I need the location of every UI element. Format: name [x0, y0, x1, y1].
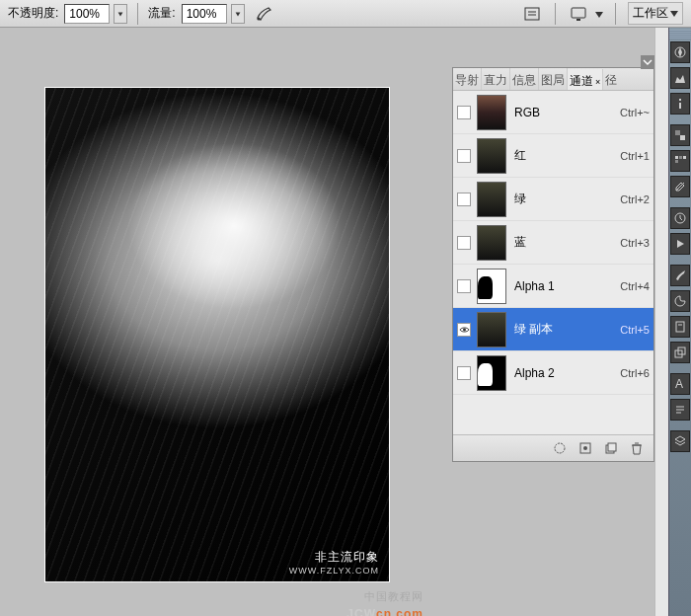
dock-grip[interactable] — [669, 30, 691, 39]
svg-point-0 — [257, 17, 260, 20]
flow-input[interactable]: 100% — [182, 4, 227, 24]
visibility-toggle[interactable] — [457, 279, 471, 293]
paragraph-icon[interactable] — [670, 399, 690, 421]
panel-tab[interactable]: 径 — [603, 68, 619, 90]
svg-rect-21 — [683, 156, 686, 159]
channel-shortcut: Ctrl+3 — [620, 237, 650, 249]
panel-tab[interactable]: 通道× — [568, 69, 603, 91]
channel-name: 红 — [514, 147, 620, 164]
workspace-selector[interactable]: 工作区 — [628, 2, 683, 25]
svg-text:A: A — [675, 377, 683, 391]
channel-row[interactable]: Alpha 1Ctrl+4 — [453, 265, 653, 308]
svg-rect-22 — [675, 160, 678, 163]
panel-tab[interactable]: 导射 — [453, 68, 482, 90]
svg-rect-24 — [676, 322, 684, 332]
brushes-icon[interactable] — [670, 265, 690, 286]
opacity-label: 不透明度: — [8, 5, 58, 22]
styles-icon[interactable] — [670, 176, 690, 197]
canvas-area: 非主流印象 WWW.FZLYX.COM 中国教程网 JCWcn.com 导射直力… — [0, 28, 691, 616]
panel-collapse-button[interactable] — [641, 55, 654, 69]
color-icon[interactable] — [670, 124, 690, 146]
svg-rect-17 — [675, 130, 680, 135]
channel-thumbnail — [477, 182, 506, 217]
canvas-image: 非主流印象 WWW.FZLYX.COM — [45, 88, 389, 581]
svg-rect-16 — [679, 99, 681, 101]
visibility-toggle[interactable] — [457, 366, 471, 380]
channel-list: RGBCtrl+~红Ctrl+1绿Ctrl+2蓝Ctrl+3Alpha 1Ctr… — [453, 91, 653, 436]
channel-row[interactable]: RGBCtrl+~ — [453, 91, 653, 134]
channel-thumbnail — [477, 225, 506, 261]
opacity-input[interactable]: 100% — [64, 4, 110, 24]
visibility-toggle[interactable] — [457, 192, 471, 206]
palette-icon[interactable] — [670, 290, 690, 312]
channel-thumbnail — [477, 138, 506, 174]
channel-row[interactable]: 绿Ctrl+2 — [453, 178, 653, 221]
right-dock: A — [668, 28, 691, 616]
airbrush-icon[interactable] — [253, 3, 274, 25]
channel-shortcut: Ctrl+5 — [620, 324, 650, 336]
image-watermark: 非主流印象 WWW.FZLYX.COM — [289, 549, 379, 576]
visibility-toggle[interactable] — [457, 149, 471, 163]
panel-tab[interactable]: 直力 — [482, 68, 510, 90]
tool-presets-icon[interactable] — [670, 316, 690, 338]
swatches-icon[interactable] — [670, 150, 690, 172]
history-icon[interactable] — [670, 207, 690, 229]
svg-rect-15 — [679, 103, 681, 109]
actions-icon[interactable] — [670, 233, 690, 255]
navigator-icon[interactable] — [670, 41, 690, 63]
channel-thumbnail — [477, 355, 506, 391]
divider — [615, 3, 616, 25]
palette-options-icon[interactable] — [521, 3, 543, 25]
svg-point-7 — [555, 443, 565, 453]
channel-row[interactable]: 蓝Ctrl+3 — [453, 221, 653, 265]
channel-thumbnail — [477, 269, 506, 304]
new-channel-icon[interactable] — [602, 439, 620, 457]
document-window[interactable]: 非主流印象 WWW.FZLYX.COM 中国教程网 JCWcn.com — [44, 87, 390, 582]
character-icon[interactable]: A — [670, 373, 690, 395]
main-scrollbar[interactable] — [654, 28, 668, 616]
channel-row[interactable]: 红Ctrl+1 — [453, 134, 653, 178]
svg-rect-1 — [525, 8, 539, 20]
info-icon[interactable] — [670, 93, 690, 115]
channel-name: 蓝 — [514, 234, 620, 251]
svg-rect-18 — [680, 135, 685, 140]
delete-channel-icon[interactable] — [628, 439, 646, 457]
channel-name: 绿 副本 — [514, 321, 620, 338]
channel-row[interactable]: Alpha 2Ctrl+6 — [453, 351, 653, 395]
svg-rect-4 — [572, 8, 585, 18]
panel-tab[interactable]: 图局 — [539, 68, 568, 90]
channels-panel: 导射直力信息图局通道×径 RGBCtrl+~红Ctrl+1绿Ctrl+2蓝Ctr… — [452, 67, 654, 462]
channel-shortcut: Ctrl+6 — [620, 367, 650, 379]
flow-flyout[interactable] — [231, 4, 245, 24]
channel-shortcut: Ctrl+4 — [620, 280, 650, 292]
svg-rect-20 — [679, 156, 682, 159]
close-icon[interactable]: × — [595, 77, 600, 87]
svg-rect-19 — [675, 156, 678, 159]
layers-icon[interactable] — [670, 430, 690, 452]
channel-name: 绿 — [514, 191, 620, 207]
channel-thumbnail — [477, 95, 506, 130]
svg-rect-5 — [576, 19, 580, 21]
divider — [555, 3, 556, 25]
channel-name: RGB — [514, 106, 620, 119]
channel-name: Alpha 2 — [514, 366, 620, 380]
visibility-toggle[interactable] — [457, 236, 471, 250]
panel-tabs: 导射直力信息图局通道×径 — [453, 68, 653, 91]
save-selection-icon[interactable] — [576, 439, 594, 457]
visibility-toggle[interactable] — [457, 106, 471, 119]
divider — [137, 3, 138, 25]
channel-thumbnail — [477, 312, 506, 347]
channel-shortcut: Ctrl+1 — [620, 150, 650, 162]
options-bar: 不透明度: 100% 流量: 100% 工作区 — [0, 0, 691, 28]
flow-label: 流量: — [148, 5, 175, 22]
screen-mode-icon[interactable] — [568, 3, 589, 25]
opacity-flyout[interactable] — [114, 4, 127, 24]
load-selection-icon[interactable] — [551, 439, 569, 457]
layer-comps-icon[interactable] — [670, 342, 690, 363]
visibility-toggle[interactable] — [457, 323, 471, 337]
channel-row[interactable]: 绿 副本Ctrl+5 — [453, 308, 653, 351]
svg-rect-11 — [608, 443, 616, 451]
histogram-icon[interactable] — [670, 67, 690, 89]
screen-mode-dropdown[interactable] — [595, 7, 603, 21]
panel-tab[interactable]: 信息 — [510, 68, 539, 90]
